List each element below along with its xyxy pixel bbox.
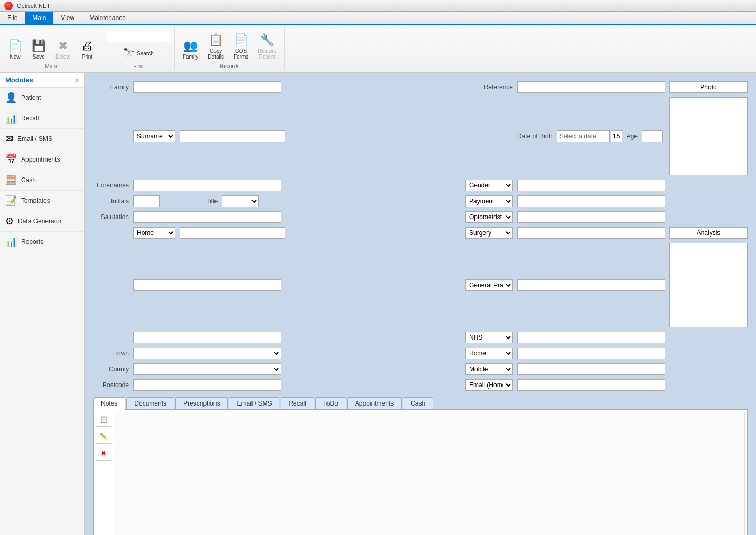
copy-details-button[interactable]: 📋 CopyDetails bbox=[204, 31, 228, 62]
sidebar-item-cash[interactable]: 🧮 Cash bbox=[0, 170, 84, 191]
gos-forms-button[interactable]: 📄 GOSForms bbox=[230, 31, 252, 62]
menu-main[interactable]: Main bbox=[25, 12, 53, 24]
county-select[interactable] bbox=[133, 363, 281, 375]
menu-file[interactable]: File bbox=[0, 12, 25, 24]
ribbon-group-main: 📄 New 💾 Save ✖ Delete 🖨 Print Main bbox=[0, 27, 102, 70]
recall-icon: 📊 bbox=[5, 112, 17, 124]
reports-icon: 📊 bbox=[5, 236, 17, 248]
search-button[interactable]: 🔭 Search bbox=[119, 44, 157, 62]
mobile-type-select[interactable]: MobileHomeWork bbox=[465, 363, 513, 375]
reference-label: Reference bbox=[481, 83, 513, 91]
optometrist-select[interactable]: Optometrist bbox=[465, 211, 513, 223]
address2-input[interactable] bbox=[133, 279, 281, 291]
sidebar-item-appointments[interactable]: 📅 Appointments bbox=[0, 149, 84, 170]
tab-todo[interactable]: ToDo bbox=[315, 397, 346, 409]
nhs-input[interactable] bbox=[517, 332, 665, 343]
genprac-select[interactable]: General Prac.. bbox=[465, 279, 513, 291]
ribbon-main-label: Main bbox=[45, 63, 57, 69]
edit-note-icon: ✏️ bbox=[100, 433, 108, 440]
salutation-input[interactable] bbox=[133, 211, 281, 223]
tab-cash[interactable]: Cash bbox=[403, 397, 433, 409]
sidebar-item-recall[interactable]: 📊 Recall bbox=[0, 108, 84, 129]
surname-input[interactable] bbox=[180, 130, 285, 142]
sidebar-templates-label: Templates bbox=[21, 197, 50, 204]
surname-select[interactable]: Surname Forename bbox=[133, 130, 175, 142]
delete-button[interactable]: ✖ Delete bbox=[52, 36, 74, 62]
menu-view[interactable]: View bbox=[53, 12, 82, 24]
home-input[interactable] bbox=[180, 227, 285, 239]
email-type-select[interactable]: Email (Home)Email (Work) bbox=[465, 379, 513, 391]
sidebar-item-reports[interactable]: 📊 Reports bbox=[0, 232, 84, 252]
add-note-button[interactable]: 📋 bbox=[96, 412, 111, 427]
sidebar-item-email-sms[interactable]: ✉ Email / SMS bbox=[0, 129, 84, 149]
save-button[interactable]: 💾 Save bbox=[28, 36, 50, 62]
ribbon-group-records: 👥 Family 📋 CopyDetails 📄 GOSForms 🔧 Rest… bbox=[175, 27, 285, 70]
delete-note-button[interactable]: ✖ bbox=[96, 446, 111, 461]
salutation-label: Salutation bbox=[93, 213, 129, 221]
address3-input[interactable] bbox=[133, 332, 281, 343]
genprac-input[interactable] bbox=[517, 279, 665, 291]
content-area: Family Reference Photo Surname Forename … bbox=[85, 73, 756, 535]
print-label: Print bbox=[82, 54, 93, 60]
postcode-input[interactable] bbox=[133, 379, 281, 391]
sidebar-item-templates[interactable]: 📝 Templates bbox=[0, 191, 84, 211]
family-icon: 👥 bbox=[183, 39, 198, 53]
ribbon-find-label: Find bbox=[133, 63, 143, 69]
ribbon-find-items: 🔭 Search bbox=[107, 29, 170, 62]
search-input[interactable] bbox=[107, 31, 170, 42]
menu-bar: File Main View Maintenance bbox=[0, 12, 756, 25]
payment-input[interactable] bbox=[517, 195, 665, 207]
search-label: Search bbox=[137, 51, 154, 57]
dob-input[interactable] bbox=[557, 130, 610, 142]
sidebar-collapse-button[interactable]: « bbox=[75, 77, 79, 84]
appointments-icon: 📅 bbox=[5, 154, 17, 165]
analysis-button[interactable]: Analysis bbox=[669, 227, 748, 239]
photo-button[interactable]: Photo bbox=[669, 81, 748, 93]
app-icon bbox=[4, 2, 13, 10]
tab-appointments[interactable]: Appointments bbox=[347, 397, 402, 409]
tab-email-sms[interactable]: Email / SMS bbox=[229, 397, 279, 409]
menu-maintenance[interactable]: Maintenance bbox=[82, 12, 133, 24]
nhs-select[interactable]: NHSPrivate bbox=[465, 332, 513, 343]
gender-input[interactable] bbox=[517, 180, 665, 191]
restore-record-button[interactable]: 🔧 RestoreRecord bbox=[254, 31, 280, 62]
payment-select[interactable]: PaymentNHSPrivate bbox=[465, 195, 513, 207]
home-phone-type-select[interactable]: HomeMobileWork bbox=[465, 348, 513, 359]
town-select[interactable] bbox=[133, 348, 281, 359]
age-input[interactable] bbox=[642, 130, 663, 142]
templates-icon: 📝 bbox=[5, 195, 17, 207]
sidebar-item-data-generator[interactable]: ⚙ Data Generator bbox=[0, 211, 84, 232]
home-select[interactable]: HomeWork bbox=[133, 227, 175, 239]
reference-input[interactable] bbox=[517, 81, 665, 93]
edit-note-button[interactable]: ✏️ bbox=[96, 429, 111, 444]
mobile-input[interactable] bbox=[517, 363, 665, 375]
sidebar-recall-label: Recall bbox=[21, 115, 39, 122]
surgery-select[interactable]: Surgery bbox=[465, 227, 513, 239]
ribbon-records-items: 👥 Family 📋 CopyDetails 📄 GOSForms 🔧 Rest… bbox=[179, 29, 280, 62]
email-input[interactable] bbox=[517, 379, 665, 391]
new-button[interactable]: 📄 New bbox=[4, 36, 26, 62]
family-input[interactable] bbox=[133, 81, 281, 93]
tab-notes[interactable]: Notes bbox=[93, 397, 125, 410]
print-button[interactable]: 🖨 Print bbox=[77, 36, 98, 62]
family-button[interactable]: 👥 Family bbox=[179, 36, 202, 62]
gender-select[interactable]: Gender Male Female Other bbox=[465, 180, 513, 191]
age-label: Age bbox=[627, 133, 638, 140]
sidebar-item-patient[interactable]: 👤 Patient bbox=[0, 88, 84, 108]
initials-input[interactable] bbox=[133, 195, 160, 207]
patient-form: Family Reference Photo Surname Forename … bbox=[93, 81, 748, 535]
title-select[interactable]: MrMrsMissMsDr bbox=[222, 195, 259, 207]
sidebar-data-generator-label: Data Generator bbox=[18, 218, 62, 225]
home-phone-input[interactable] bbox=[517, 348, 665, 359]
tab-documents[interactable]: Documents bbox=[126, 397, 174, 409]
tab-recall[interactable]: Recall bbox=[281, 397, 314, 409]
surgery-input[interactable] bbox=[517, 227, 665, 239]
dob-calendar-button[interactable]: 15 bbox=[611, 130, 622, 142]
forenames-input[interactable] bbox=[133, 180, 281, 191]
sidebar-cash-label: Cash bbox=[21, 176, 36, 184]
tab-content-notes: 📋 ✏️ ✖ bbox=[93, 409, 748, 535]
new-icon: 📄 bbox=[8, 39, 22, 53]
tab-prescriptions[interactable]: Prescriptions bbox=[175, 397, 228, 409]
new-label: New bbox=[10, 54, 20, 60]
optometrist-input[interactable] bbox=[517, 211, 665, 223]
